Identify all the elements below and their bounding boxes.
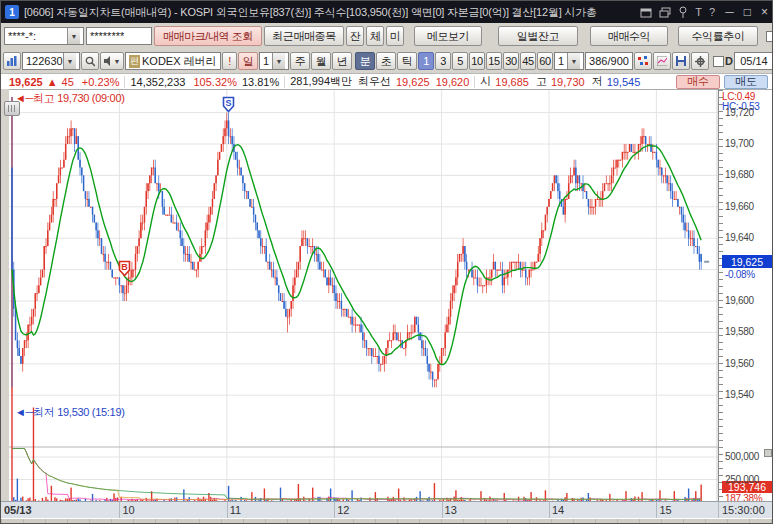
interval-3-button[interactable]: 3 xyxy=(435,52,451,70)
buy-button[interactable]: 매수 xyxy=(676,75,720,89)
help-icon[interactable]: ? xyxy=(709,6,715,18)
trade-profit-button[interactable]: 매매수익 xyxy=(590,26,668,46)
yield-trend-button[interactable]: 수익률추이 xyxy=(678,26,758,46)
alert-button[interactable]: ! xyxy=(222,52,237,70)
interval-30-button[interactable]: 30 xyxy=(503,52,519,70)
price-tick-label: 19,680 xyxy=(725,169,754,180)
trade-marker-B: B xyxy=(118,260,131,277)
interval-45-button[interactable]: 45 xyxy=(520,52,536,70)
interval-60-button[interactable]: 60 xyxy=(537,52,553,70)
axis-end-time: 15:30:00 xyxy=(722,504,765,516)
interval-combo[interactable]: 1▼ xyxy=(554,52,584,70)
current-price: 19,625 xyxy=(9,76,43,88)
best-label: 최우선 xyxy=(358,74,391,89)
interval-5-button[interactable]: 5 xyxy=(452,52,468,70)
period-tick-button[interactable]: 틱 xyxy=(397,52,417,70)
price-tick-label: 19,660 xyxy=(725,201,754,212)
close-button[interactable]: × xyxy=(761,5,768,19)
period-year-button[interactable]: 년 xyxy=(332,52,352,70)
turnover-pct: 13.81% xyxy=(242,76,279,88)
chevron-down-icon[interactable]: ▼ xyxy=(63,53,76,69)
volume-value: 14,352,233 xyxy=(130,76,185,88)
settings-gear-icon[interactable] xyxy=(691,52,709,70)
account-link-checkbox[interactable] xyxy=(766,31,772,42)
volume-tick-label: 250,000 xyxy=(725,474,759,485)
period-month-button[interactable]: 월 xyxy=(311,52,331,70)
best-bid: 19,620 xyxy=(436,76,470,88)
chevron-down-icon[interactable]: ▼ xyxy=(272,53,285,69)
day-count-combo[interactable]: 1▼ xyxy=(259,52,289,70)
time-axis-separator xyxy=(227,502,228,518)
filled-button[interactable]: 체 xyxy=(366,26,384,46)
price-tick-label: 19,560 xyxy=(725,358,754,369)
popup-icon[interactable] xyxy=(640,7,652,18)
sell-button[interactable]: 매도 xyxy=(724,75,768,89)
chart-plot[interactable]: ◄─최고 19,730 (09:00) ◄─최저 19,530 (15:19) … xyxy=(9,89,718,501)
best-ask: 19,625 xyxy=(396,76,430,88)
unfilled-button[interactable]: 미 xyxy=(386,26,404,46)
recent-trades-button[interactable]: 최근매매종목 xyxy=(264,26,344,46)
time-axis-separator xyxy=(334,502,335,518)
time-axis-label: 11 xyxy=(230,504,241,516)
account-toolbar: ****-*:▼ ******** 매매마크/내역 조회 최근매매종목 잔 체 … xyxy=(1,23,772,49)
interval-15-button[interactable]: 15 xyxy=(486,52,502,70)
trade-mark-query-button[interactable]: 매매마크/내역 조회 xyxy=(154,26,262,46)
maximize-button[interactable]: □ xyxy=(744,5,751,19)
date-input[interactable]: 05/14 xyxy=(734,52,772,70)
search-icon[interactable] xyxy=(81,52,99,70)
chevron-down-icon[interactable]: ▼ xyxy=(567,53,580,69)
quote-bar: 19,625 ▲ 45 +0.23% 14,352,233 105.32% 13… xyxy=(1,73,772,89)
window-title: [0606] 자동일지차트(매매내역) - KOSPI 외국인보유[837(천)… xyxy=(24,5,636,20)
interval-10-button[interactable]: 10 xyxy=(469,52,485,70)
trade-value: 281,994백만 xyxy=(290,74,352,89)
current-change-pct: -0.08% xyxy=(725,269,755,280)
stock-name-box: 편 KODEX 레버리 xyxy=(125,52,221,70)
account-select[interactable]: ****-*:▼ xyxy=(4,27,84,45)
chart-canvas[interactable] xyxy=(9,90,718,502)
period-minute-button[interactable]: 분 xyxy=(355,52,375,70)
time-axis-label: 05/13 xyxy=(4,504,32,516)
interval-1-button[interactable]: 1 xyxy=(418,52,434,70)
high-label: 고 xyxy=(536,74,547,89)
memo-view-button[interactable]: 메모보기 xyxy=(414,26,482,46)
svg-text:B: B xyxy=(122,262,129,272)
trade-marks-icon[interactable] xyxy=(634,52,652,70)
balance-button[interactable]: 잔 xyxy=(346,26,364,46)
open-price: 19,685 xyxy=(495,76,529,88)
save-icon[interactable] xyxy=(672,52,690,70)
axis-tick-marks xyxy=(719,90,723,502)
svg-text:S: S xyxy=(226,97,232,107)
text-tool-icon[interactable]: T xyxy=(695,6,702,18)
price-tick-label: 19,720 xyxy=(725,107,754,118)
period-day-button[interactable]: 일 xyxy=(238,52,258,70)
minimize-button[interactable]: ─ xyxy=(725,5,734,19)
d-checkbox[interactable] xyxy=(713,56,724,67)
password-field[interactable]: ******** xyxy=(86,27,152,45)
volume-ratio: 105.32% xyxy=(193,76,236,88)
sound-icon[interactable]: ▼ xyxy=(100,52,124,70)
session-high-annotation: ◄─최고 19,730 (09:00) xyxy=(15,91,125,106)
price-change: 45 xyxy=(62,76,74,88)
chevron-down-icon[interactable]: ▼ xyxy=(67,28,80,44)
time-axis-separator xyxy=(718,502,719,518)
daily-balance-button[interactable]: 일별잔고 xyxy=(498,26,578,46)
bar-counter[interactable]: 386/900 xyxy=(585,52,633,70)
pin-icon[interactable] xyxy=(678,6,688,18)
volume-tick-label: 500,000 xyxy=(725,451,759,462)
drag-handle-icon[interactable] xyxy=(4,101,20,116)
price-tick-label: 19,600 xyxy=(725,295,754,306)
period-week-button[interactable]: 주 xyxy=(290,52,310,70)
volume-pane-toggle[interactable] xyxy=(764,449,772,457)
compare-chart-icon[interactable] xyxy=(653,52,671,70)
bottom-scroll-strip[interactable] xyxy=(1,518,773,524)
stock-list-icon[interactable] xyxy=(3,52,21,70)
cascade-icon[interactable] xyxy=(659,7,671,18)
price-change-pct: +0.23% xyxy=(82,76,120,88)
trade-marker-S: S xyxy=(222,96,235,113)
stock-code-input[interactable]: 122630▼ xyxy=(22,52,80,70)
time-axis-separator xyxy=(549,502,550,518)
title-bar[interactable]: 1 [0606] 자동일지차트(매매내역) - KOSPI 외국인보유[837(… xyxy=(1,1,772,23)
price-tick-label: 19,580 xyxy=(725,326,754,337)
period-second-button[interactable]: 초 xyxy=(376,52,396,70)
time-axis-label: 10 xyxy=(122,504,134,516)
